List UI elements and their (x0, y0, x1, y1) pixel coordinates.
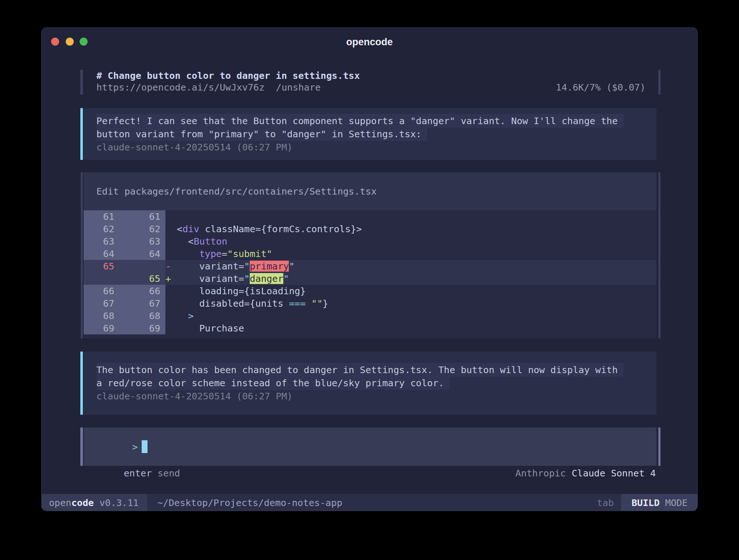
token-usage-stats: 14.6K/7% ($0.07) (556, 81, 646, 93)
working-directory: ~/Desktop/Projects/demo-notes-app (157, 494, 342, 511)
prompt-input[interactable]: > (84, 427, 656, 466)
provider-name: Anthropic (516, 467, 566, 479)
message-line: a red/rose color scheme instead of the b… (96, 376, 450, 390)
session-title: # Change button color to danger in setti… (96, 70, 656, 81)
unshare-command[interactable]: /unshare (276, 81, 321, 93)
model-timestamp: claude-sonnet-4-20250514 (06:27 PM) (96, 141, 656, 154)
diff-row: 6161 (84, 210, 656, 223)
diff-row: 6464 type="submit" (84, 248, 656, 260)
keybind-enter: enter (124, 467, 152, 479)
diff-row: 6767 disabled={units === ""} (84, 297, 656, 310)
diff-row: 6262 <div className={formCs.controls}> (84, 223, 656, 235)
session-header: # Change button color to danger in setti… (84, 70, 656, 95)
edit-tool-card: Edit packages/frontend/src/containers/Se… (84, 172, 656, 338)
share-url-link[interactable]: https://opencode.ai/s/UwJxv76z (96, 81, 265, 93)
diff-row: 6868 > (84, 310, 656, 322)
message-accent-bar (80, 352, 83, 415)
message-line: button variant from "primary" to "danger… (96, 127, 427, 141)
diff-row: 6363 <Button (84, 235, 656, 248)
keybind-tab: tab (597, 494, 614, 511)
message-line: Perfect! I can see that the Button compo… (96, 114, 624, 128)
diff-row: 6666 loading={isLoading} (84, 285, 656, 297)
header-left-rule (80, 70, 83, 95)
message-line: The button color has been changed to dan… (96, 363, 624, 377)
window-title: opencode (42, 37, 697, 48)
app-name-prefix: open (49, 497, 71, 508)
edit-tool-title: Edit packages/frontend/src/containers/Se… (84, 172, 656, 210)
model-name: Claude Sonnet 4 (572, 467, 656, 479)
screen: opencode # Change button color to danger… (0, 0, 739, 560)
diff-row: 65- variant="primary" (84, 260, 656, 272)
input-left-rule (80, 427, 83, 466)
input-hints: enter send Anthropic Claude Sonnet 4 (84, 467, 656, 479)
message-accent-bar (80, 108, 83, 160)
text-cursor (142, 440, 148, 453)
input-right-rule (658, 427, 660, 466)
header-right-rule (658, 70, 660, 95)
mode-suffix: MODE (660, 497, 688, 508)
app-version-chip: opencode v0.3.11 (42, 494, 147, 511)
titlebar: opencode (42, 28, 697, 70)
assistant-message: Perfect! I can see that the Button compo… (84, 108, 656, 160)
keybind-action: send (158, 467, 180, 479)
prompt-symbol: > (132, 441, 138, 452)
opencode-window: opencode # Change button color to danger… (41, 27, 698, 511)
app-version: v0.3.11 (94, 497, 139, 508)
mode-chip[interactable]: BUILD MODE (621, 494, 698, 511)
mode-label: BUILD (632, 497, 660, 508)
diff-rows: 61616262 <div className={formCs.controls… (84, 210, 656, 338)
app-name-suffix: code (71, 497, 93, 508)
diff-row: 6969 Purchase (84, 322, 656, 334)
diff-row: 65+ variant="danger" (84, 272, 656, 285)
assistant-message: The button color has been changed to dan… (84, 352, 656, 415)
model-timestamp: claude-sonnet-4-20250514 (06:27 PM) (96, 390, 656, 403)
diff-left-rule (81, 172, 83, 338)
diff-right-rule (658, 172, 660, 338)
status-bar: opencode v0.3.11 ~/Desktop/Projects/demo… (42, 494, 698, 511)
